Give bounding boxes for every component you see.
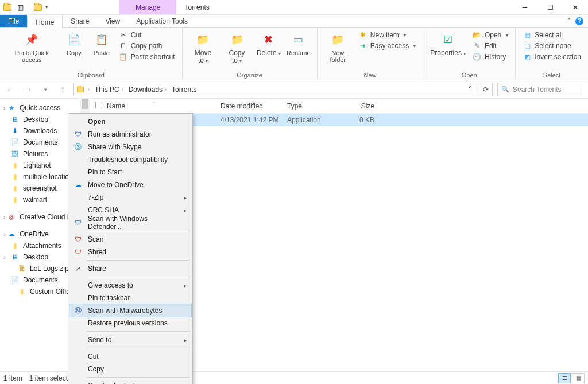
maximize-button[interactable]: ☐ xyxy=(537,0,563,14)
context-tab-manage[interactable]: Manage xyxy=(119,0,176,14)
status-selected-count: 1 item selecte xyxy=(29,374,72,382)
window-title: Torrents xyxy=(176,0,217,14)
properties-button[interactable]: Properties▾ xyxy=(428,30,468,58)
help-icon[interactable]: ? xyxy=(575,17,583,25)
ctx-mcafee-scan[interactable]: Scan xyxy=(69,233,191,246)
move-to-button[interactable]: Move to▾ xyxy=(187,30,219,65)
tab-application-tools[interactable]: Application Tools xyxy=(128,15,196,27)
group-label: Open xyxy=(428,71,510,79)
new-item-icon xyxy=(358,30,368,40)
ctx-copy[interactable]: Copy xyxy=(69,363,191,375)
file-type: Application xyxy=(287,116,343,124)
ribbon-tabs: File Home Share View Application Tools ˄… xyxy=(0,15,588,28)
col-type[interactable]: Type xyxy=(287,102,343,110)
new-folder-button[interactable]: New folder xyxy=(322,30,354,64)
select-all-button[interactable]: Select all xyxy=(520,30,583,40)
ctx-mcafee-shred[interactable]: Shred xyxy=(69,246,191,258)
scrollbar-thumb[interactable] xyxy=(82,99,88,109)
paste-button[interactable]: Paste xyxy=(89,30,114,57)
breadcrumb[interactable]: Downloads› xyxy=(127,86,168,94)
ctx-share[interactable]: Share xyxy=(69,262,191,275)
search-input[interactable]: Search Torrents xyxy=(497,83,583,96)
group-label: Organize xyxy=(187,71,312,79)
edit-button[interactable]: Edit xyxy=(470,41,510,51)
copy-to-button[interactable]: Copy to▾ xyxy=(221,30,252,65)
pin-to-quick-access-button[interactable]: Pin to Quick access xyxy=(5,30,59,64)
folder-icon xyxy=(10,195,20,204)
forward-button[interactable]: → xyxy=(22,83,34,96)
ctx-pin-start[interactable]: Pin to Start xyxy=(69,166,191,179)
address-dropdown[interactable]: ˅ xyxy=(468,86,471,94)
breadcrumb[interactable]: Torrents xyxy=(170,86,198,94)
breadcrumb[interactable]: This PC› xyxy=(93,86,125,94)
back-button[interactable]: ← xyxy=(5,83,17,96)
group-new: New folder New item▾ Easy access▾ New xyxy=(318,28,423,80)
refresh-button[interactable] xyxy=(479,83,493,96)
copy-path-icon xyxy=(119,41,128,51)
defender-icon xyxy=(73,218,83,228)
ctx-create-shortcut[interactable]: Create shortcut xyxy=(69,379,191,384)
properties-icon[interactable]: ▥ xyxy=(15,2,25,13)
qat-dropdown[interactable]: ▾ xyxy=(45,5,48,10)
copy-path-button[interactable]: Copy path xyxy=(117,41,177,51)
tab-share[interactable]: Share xyxy=(63,15,97,27)
tab-home[interactable]: Home xyxy=(27,15,63,28)
group-label: Clipboard xyxy=(5,71,177,79)
close-button[interactable]: ✕ xyxy=(563,0,588,14)
select-none-button[interactable]: Select none xyxy=(520,41,583,51)
nav-quick-access[interactable]: Quick access xyxy=(0,102,89,114)
ctx-share-skype[interactable]: Share with Skype xyxy=(69,141,191,153)
tab-file[interactable]: File xyxy=(0,15,27,27)
easy-access-button[interactable]: Easy access▾ xyxy=(356,41,418,51)
ctx-run-as-admin[interactable]: Run as administrator xyxy=(69,128,191,141)
skype-icon xyxy=(73,142,83,152)
cut-button[interactable]: Cut xyxy=(117,30,177,40)
delete-button[interactable]: Delete▾ xyxy=(255,30,283,58)
folder-icon xyxy=(77,86,84,92)
share-icon xyxy=(73,263,83,274)
column-headers: Name˄ Date modified Type Size xyxy=(90,99,588,114)
tab-view[interactable]: View xyxy=(97,15,128,27)
ctx-troubleshoot[interactable]: Troubleshoot compatibility xyxy=(69,153,191,166)
desktop-icon xyxy=(10,253,20,262)
open-icon xyxy=(473,30,482,40)
copy-to-icon xyxy=(229,31,246,48)
invert-selection-button[interactable]: Invert selection xyxy=(520,52,583,62)
group-label: Select xyxy=(520,71,583,79)
new-item-button[interactable]: New item▾ xyxy=(356,30,418,40)
open-button[interactable]: Open▾ xyxy=(470,30,510,40)
onedrive-icon xyxy=(73,180,83,190)
folder-icon xyxy=(10,161,20,170)
col-size[interactable]: Size xyxy=(343,102,378,110)
new-folder-icon xyxy=(329,31,346,48)
copy-icon xyxy=(65,31,83,48)
minimize-button[interactable]: ─ xyxy=(512,0,537,14)
ctx-malwarebytes[interactable]: Scan with Malwarebytes xyxy=(69,304,191,317)
ctx-7zip[interactable]: 7-Zip▸ xyxy=(69,191,191,204)
folder-icon xyxy=(2,2,13,13)
col-date-modified[interactable]: Date modified xyxy=(220,102,287,110)
minimize-ribbon-icon[interactable]: ˄ xyxy=(567,17,571,25)
recent-locations-button[interactable]: ▾ xyxy=(39,83,52,96)
ctx-move-onedrive[interactable]: Move to OneDrive xyxy=(69,179,191,191)
ctx-pin-taskbar[interactable]: Pin to taskbar xyxy=(69,292,191,304)
ctx-defender[interactable]: Scan with Windows Defender... xyxy=(69,216,191,229)
folder-icon xyxy=(10,172,20,181)
address-bar[interactable]: › This PC› Downloads› Torrents ˅ xyxy=(74,83,474,96)
ctx-cut[interactable]: Cut xyxy=(69,350,191,363)
icons-view-button[interactable]: ▦ xyxy=(572,373,585,383)
details-view-button[interactable]: ☰ xyxy=(558,373,571,383)
ctx-give-access[interactable]: Give access to▸ xyxy=(69,279,191,292)
ctx-open[interactable]: Open xyxy=(69,115,191,128)
history-button[interactable]: History xyxy=(470,52,510,62)
copy-button[interactable]: Copy xyxy=(61,30,87,57)
zip-icon xyxy=(17,264,26,273)
col-name[interactable]: Name˄ xyxy=(107,102,220,110)
rename-button[interactable]: Rename xyxy=(285,30,312,57)
search-placeholder: Search Torrents xyxy=(513,86,562,94)
ctx-restore[interactable]: Restore previous versions xyxy=(69,317,191,329)
up-button[interactable]: ↑ xyxy=(56,83,69,96)
paste-shortcut-button[interactable]: Paste shortcut xyxy=(117,52,177,62)
ctx-send-to[interactable]: Send to▸ xyxy=(69,333,191,346)
easy-access-icon xyxy=(358,41,368,51)
